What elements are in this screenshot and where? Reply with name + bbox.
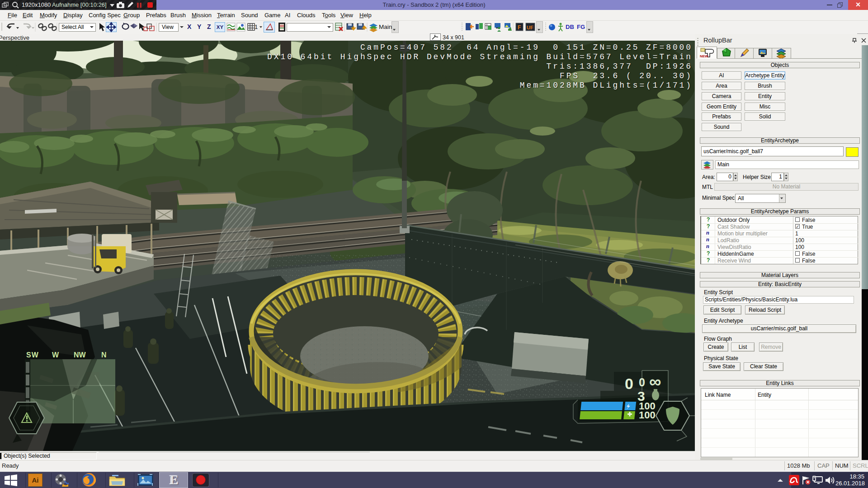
svg-text:∞: ∞ [649, 372, 661, 391]
svg-text:0: 0 [625, 375, 633, 392]
svg-text:NEW: NEW [700, 54, 708, 58]
svg-text:UF: UF [527, 25, 533, 30]
svg-text:0: 0 [639, 376, 645, 389]
svg-text:F: F [518, 24, 521, 31]
